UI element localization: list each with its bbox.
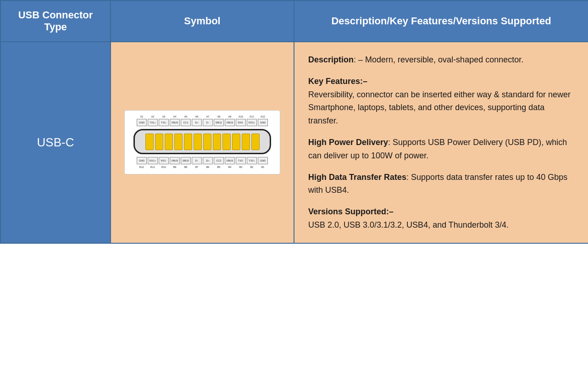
table-row: USB-C A1 A2 A3 A4 A5 A6 A7 A8 A9 A1 <box>0 42 588 243</box>
contact-pin <box>194 134 202 150</box>
contact-pin <box>145 134 154 150</box>
bottom-pin-numbers: B12 B11 B10 B9 B8 B7 B6 B5 B4 B3 B2 B1 <box>128 166 276 168</box>
contact-pin <box>232 134 240 150</box>
contact-pin <box>251 134 260 150</box>
data-transfer-para: High Data Transfer Rates: Supports data … <box>308 171 574 197</box>
contact-pin <box>184 134 192 150</box>
connector-type-cell: USB-C <box>0 42 111 243</box>
contact-pin <box>213 134 221 150</box>
description-text: : – Modern, reversible, oval-shaped conn… <box>354 55 523 64</box>
header-description: Description/Key Features/Versions Suppor… <box>294 0 588 42</box>
versions-label: Versions Supported:– <box>308 207 394 216</box>
contact-pin <box>155 134 163 150</box>
contact-pin <box>222 134 231 150</box>
data-label: High Data Transfer Rates <box>308 173 406 182</box>
versions-text: USB 2.0, USB 3.0/3.1/3.2, USB4, and Thun… <box>308 220 509 229</box>
symbol-cell: A1 A2 A3 A4 A5 A6 A7 A8 A9 A10 A11 A12 <box>111 42 294 243</box>
description-label: Description <box>308 55 354 64</box>
top-pin-numbers: A1 A2 A3 A4 A5 A6 A7 A8 A9 A10 A11 A12 <box>128 115 276 118</box>
description-para: Description: – Modern, reversible, oval-… <box>308 53 574 67</box>
key-features-text: Reversibility, connector can be inserted… <box>308 90 571 126</box>
contact-pin <box>165 134 173 150</box>
power-label: High Power Delivery <box>308 138 388 147</box>
header-symbol: Symbol <box>111 0 294 42</box>
key-features-para: Key Features:– Reversibility, connector … <box>308 75 574 128</box>
connector-body <box>133 129 271 154</box>
header-type: USB Connector Type <box>0 0 111 42</box>
power-delivery-para: High Power Delivery: Supports USB Power … <box>308 136 574 162</box>
usb-c-diagram: A1 A2 A3 A4 A5 A6 A7 A8 A9 A10 A11 A12 <box>124 110 280 174</box>
description-cell: Description: – Modern, reversible, oval-… <box>294 42 588 243</box>
contact-pin <box>203 134 211 150</box>
top-pin-functions: GND TX1+ TX1- VBUS CC1 D+ D- SBU1 VBUS R… <box>128 119 276 126</box>
versions-para: Versions Supported:– USB 2.0, USB 3.0/3.… <box>308 205 574 232</box>
connector-type-label: USB-C <box>37 135 74 149</box>
bottom-pin-functions: GND RX1+ RX1- VBUS SBU2 D- D+ CC2 VBUS T… <box>128 157 276 164</box>
key-features-label: Key Features:– <box>308 77 367 86</box>
contact-pin <box>174 134 183 150</box>
contact-pin <box>242 134 250 150</box>
